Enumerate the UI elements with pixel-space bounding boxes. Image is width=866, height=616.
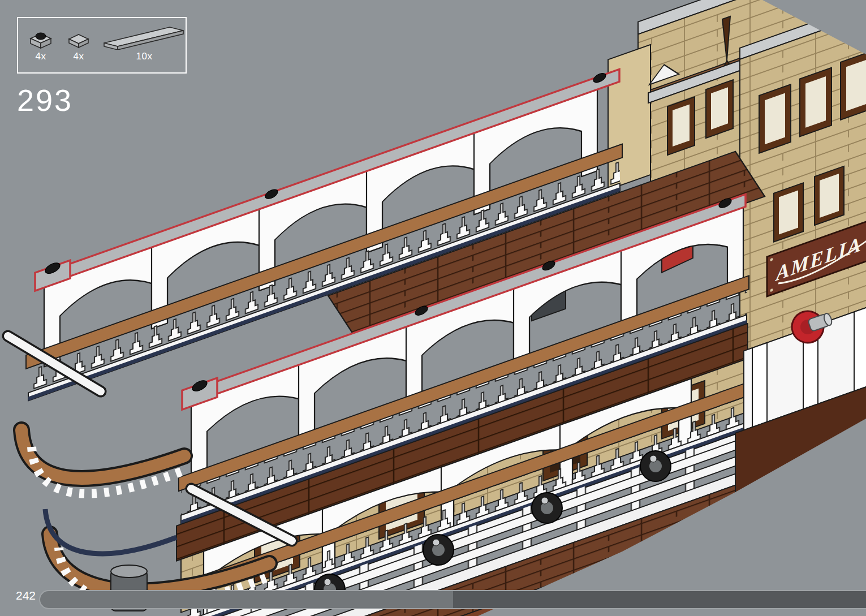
part-count-label: 4x — [74, 51, 84, 62]
plate-1x1-light-gray-icon — [26, 24, 55, 50]
instruction-illustration: AMELIA — [0, 0, 866, 616]
part-item: 4x — [26, 24, 55, 62]
parts-callout-box: 4x 4x 10x — [17, 17, 187, 74]
tile-1x8-light-gray-icon — [102, 24, 187, 50]
progress-bar[interactable] — [39, 590, 866, 609]
page-number: 242 — [16, 589, 36, 602]
lego-instructions-page: { "app_chrome": { "step_number": "293", … — [0, 0, 866, 616]
part-item: 10x — [102, 24, 187, 62]
tile-1x1-light-gray-icon — [66, 24, 92, 50]
part-count-label: 10x — [136, 51, 153, 62]
part-item: 4x — [66, 24, 92, 62]
step-number: 293 — [17, 83, 73, 118]
stern-wall: AMELIA — [740, 0, 866, 352]
part-count-label: 4x — [36, 51, 46, 62]
